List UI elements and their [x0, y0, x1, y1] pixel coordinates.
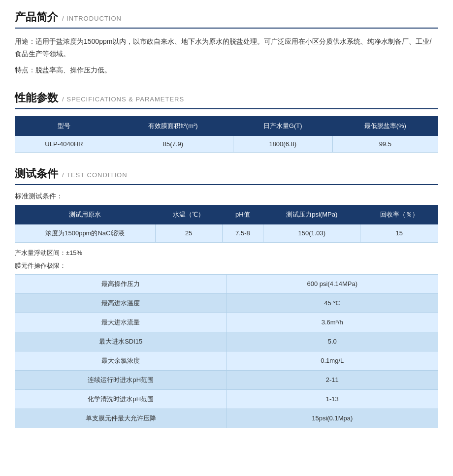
specs-section: 性能参数 / SPECIFICATIONS & PARAMETERS 型号 有效… — [15, 91, 438, 153]
test-col-recovery: 回收率（％） — [360, 205, 438, 224]
test-title: 测试条件 / TEST CONDITION — [15, 166, 438, 181]
limit-value: 0.1mg/L — [226, 351, 438, 370]
test-title-zh: 测试条件 — [15, 166, 58, 181]
limit-label: 最高进水温度 — [15, 293, 227, 313]
table-row: 浓度为1500ppm的NaCl溶液257.5-8150(1.03)15 — [15, 224, 438, 242]
test-section: 测试条件 / TEST CONDITION 标准测试条件： 测试用原水 水温（℃… — [15, 166, 438, 428]
intro-text1: 用途：适用于盐浓度为1500ppm以内，以市政自来水、地下水为原水的脱盐处理。可… — [15, 35, 438, 60]
specs-title: 性能参数 / SPECIFICATIONS & PARAMETERS — [15, 91, 438, 105]
limit-value: 5.0 — [226, 332, 438, 351]
limit-label: 最大进水SDI15 — [15, 332, 227, 351]
limit-label: 单支膜元件最大允许压降 — [15, 409, 227, 428]
specs-title-en: / SPECIFICATIONS & PARAMETERS — [62, 95, 184, 103]
list-item: 连续运行时进水pH范围2-11 — [15, 370, 438, 389]
table-cell: 浓度为1500ppm的NaCl溶液 — [15, 224, 156, 242]
table-cell: 1800(6.8) — [233, 135, 332, 152]
list-item: 化学清洗时进水pH范围1-13 — [15, 389, 438, 409]
table-cell: 7.5-8 — [222, 224, 263, 242]
limit-label: 最高操作压力 — [15, 274, 227, 293]
intro-title: 产品简介 / INTRODUCTION — [15, 10, 438, 25]
test-table-header-row: 测试用原水 水温（℃） pH值 测试压力psi(MPa) 回收率（％） — [15, 205, 438, 224]
test-note1: 产水量浮动区间：±15% — [15, 249, 438, 257]
test-table: 测试用原水 水温（℃） pH值 测试压力psi(MPa) 回收率（％） 浓度为1… — [15, 205, 438, 243]
specs-title-zh: 性能参数 — [15, 91, 58, 105]
limit-label: 连续运行时进水pH范围 — [15, 370, 227, 389]
test-title-en: / TEST CONDITION — [62, 171, 128, 179]
limit-value: 2-11 — [226, 370, 438, 389]
specs-col-model: 型号 — [15, 116, 113, 135]
list-item: 最高操作压力600 psi(4.14MPa) — [15, 274, 438, 293]
list-item: 最高进水温度45 ℃ — [15, 293, 438, 313]
table-cell: 15 — [360, 224, 438, 242]
test-col-pressure: 测试压力psi(MPa) — [263, 205, 360, 224]
test-note2: 膜元件操作极限： — [15, 261, 438, 270]
limit-value: 1-13 — [226, 389, 438, 409]
limit-label: 最大余氯浓度 — [15, 351, 227, 370]
intro-text2: 特点：脱盐率高、操作压力低。 — [15, 64, 438, 76]
limit-value: 15psi(0.1Mpa) — [226, 409, 438, 428]
table-cell: 85(7.9) — [113, 135, 233, 152]
limit-value: 45 ℃ — [226, 293, 438, 313]
limit-label: 最大进水流量 — [15, 313, 227, 332]
test-col-water: 测试用原水 — [15, 205, 156, 224]
table-cell: 25 — [155, 224, 222, 242]
intro-divider — [15, 28, 438, 29]
test-sub-label: 标准测试条件： — [15, 192, 438, 201]
intro-title-zh: 产品简介 — [15, 10, 58, 25]
list-item: 最大余氯浓度0.1mg/L — [15, 351, 438, 370]
list-item: 单支膜元件最大允许压降15psi(0.1Mpa) — [15, 409, 438, 428]
intro-title-en: / INTRODUCTION — [62, 15, 122, 22]
specs-col-salt: 最低脱盐率(%) — [332, 116, 438, 135]
specs-col-output: 日产水量G(T) — [233, 116, 332, 135]
specs-table-header-row: 型号 有效膜面积ft²(m²) 日产水量G(T) 最低脱盐率(%) — [15, 116, 438, 135]
table-cell: ULP-4040HR — [15, 135, 113, 152]
test-col-ph: pH值 — [222, 205, 263, 224]
specs-col-area: 有效膜面积ft²(m²) — [113, 116, 233, 135]
table-cell: 99.5 — [332, 135, 438, 152]
limit-value: 3.6m³/h — [226, 313, 438, 332]
list-item: 最大进水流量3.6m³/h — [15, 313, 438, 332]
limit-label: 化学清洗时进水pH范围 — [15, 389, 227, 409]
specs-divider — [15, 108, 438, 109]
test-col-temp: 水温（℃） — [155, 205, 222, 224]
limit-value: 600 psi(4.14MPa) — [226, 274, 438, 293]
limits-table: 最高操作压力600 psi(4.14MPa)最高进水温度45 ℃最大进水流量3.… — [15, 274, 438, 428]
intro-section: 产品简介 / INTRODUCTION 用途：适用于盐浓度为1500ppm以内，… — [15, 10, 438, 77]
table-cell: 150(1.03) — [263, 224, 360, 242]
specs-table: 型号 有效膜面积ft²(m²) 日产水量G(T) 最低脱盐率(%) ULP-40… — [15, 116, 438, 153]
table-row: ULP-4040HR85(7.9)1800(6.8)99.5 — [15, 135, 438, 152]
list-item: 最大进水SDI155.0 — [15, 332, 438, 351]
test-divider — [15, 184, 438, 185]
